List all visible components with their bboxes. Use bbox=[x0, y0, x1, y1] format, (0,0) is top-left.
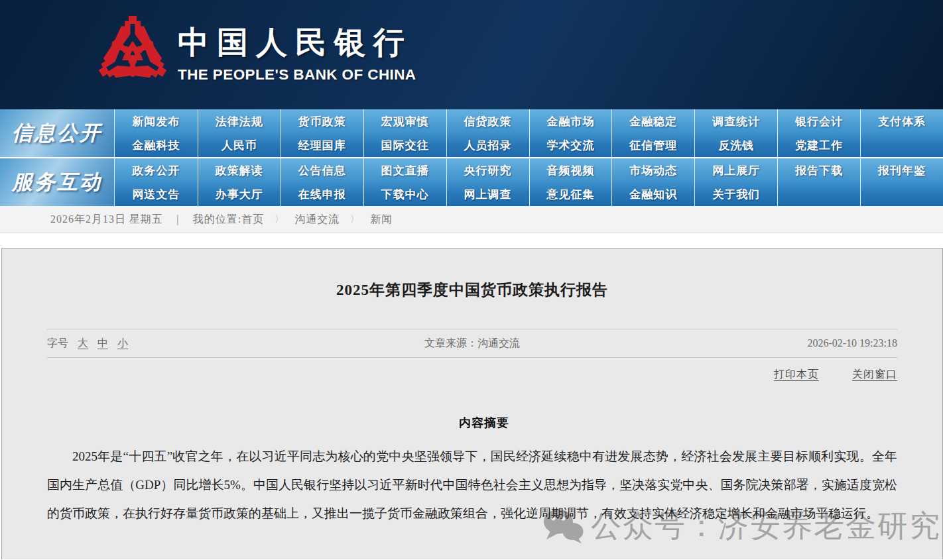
nav-menu-info-disclosure: 新闻发布法律法规货币政策宏观审慎信贷政策金融市场金融稳定调查统计银行会计支付体系… bbox=[114, 109, 943, 157]
nav-item[interactable]: 调查统计 bbox=[694, 109, 777, 133]
nav-item[interactable]: 下载中心 bbox=[363, 182, 446, 206]
nav-item[interactable]: 金融知识 bbox=[611, 182, 694, 206]
article-source-label: 文章来源： bbox=[424, 337, 477, 349]
article-source: 文章来源：沟通交流 bbox=[424, 337, 520, 351]
nav-item[interactable]: 人民币 bbox=[198, 133, 281, 157]
nav-item[interactable]: 宏观审慎 bbox=[363, 109, 446, 133]
nav-item[interactable]: 新闻发布 bbox=[115, 109, 198, 133]
article-container: 2025年第四季度中国货币政策执行报告 字号 大 中 小 文章来源：沟通交流 2… bbox=[1, 248, 943, 559]
font-size-large-button[interactable]: 大 bbox=[78, 337, 88, 351]
nav-item[interactable]: 学术交流 bbox=[529, 133, 612, 157]
breadcrumb-date: 2026年2月13日 星期五 bbox=[50, 213, 163, 227]
nav-item[interactable]: 网上调查 bbox=[446, 182, 529, 206]
nav-item[interactable]: 网上展厅 bbox=[694, 158, 777, 182]
breadcrumb: 2026年2月13日 星期五 ｜ 我的位置: 首页 〉 沟通交流 〉 新闻 bbox=[0, 206, 943, 233]
site-title-english: THE PEOPLE'S BANK OF CHINA bbox=[178, 66, 416, 84]
nav-item[interactable]: 音频视频 bbox=[529, 158, 612, 182]
breadcrumb-location-label: 我的位置: bbox=[193, 213, 241, 227]
nav-item[interactable]: 信贷政策 bbox=[446, 109, 529, 133]
summary-heading: 内容摘要 bbox=[47, 415, 897, 431]
breadcrumb-chevron-icon: 〉 bbox=[275, 213, 284, 225]
pbc-logo-icon[interactable] bbox=[98, 16, 167, 89]
nav-item[interactable]: 图文直播 bbox=[363, 158, 446, 182]
breadcrumb-link-home[interactable]: 首页 bbox=[241, 213, 264, 227]
nav-label-service-interaction[interactable]: 服务互动 bbox=[0, 158, 114, 206]
nav-item[interactable]: 公告信息 bbox=[281, 158, 363, 182]
nav-section-service-interaction: 服务互动 政务公开政策解读公告信息图文直播央行研究音频视频市场动态网上展厅报告下… bbox=[0, 158, 943, 206]
article-title: 2025年第四季度中国货币政策执行报告 bbox=[47, 280, 897, 300]
nav-item[interactable]: 人员招录 bbox=[446, 133, 529, 157]
font-size-label: 字号 bbox=[47, 337, 68, 351]
nav-item[interactable]: 办事大厅 bbox=[198, 182, 281, 206]
nav-item[interactable]: 网送文告 bbox=[115, 182, 198, 206]
nav-item[interactable]: 法律法规 bbox=[198, 109, 281, 133]
breadcrumb-link-communication[interactable]: 沟通交流 bbox=[294, 213, 340, 227]
nav-section-info-disclosure: 信息公开 新闻发布法律法规货币政策宏观审慎信贷政策金融市场金融稳定调查统计银行会… bbox=[0, 109, 943, 157]
nav-item[interactable]: 报刊年鉴 bbox=[860, 158, 943, 182]
nav-item[interactable]: 银行会计 bbox=[777, 109, 860, 133]
nav-item[interactable]: 国际交往 bbox=[363, 133, 446, 157]
nav-item[interactable]: 反洗钱 bbox=[694, 133, 777, 157]
nav-item[interactable]: 征信管理 bbox=[611, 133, 694, 157]
site-title-chinese: 中国人民银行 bbox=[178, 22, 416, 64]
nav-cell-empty bbox=[860, 182, 943, 206]
article-source-value: 沟通交流 bbox=[477, 337, 520, 349]
breadcrumb-chevron-icon: 〉 bbox=[350, 213, 359, 225]
nav-item[interactable]: 金融科技 bbox=[115, 133, 198, 157]
nav-item[interactable]: 金融市场 bbox=[529, 109, 612, 133]
article-timestamp: 2026-02-10 19:23:18 bbox=[807, 337, 897, 349]
nav-label-info-disclosure[interactable]: 信息公开 bbox=[0, 109, 114, 157]
nav-item[interactable]: 在线申报 bbox=[281, 182, 363, 206]
nav-item[interactable]: 货币政策 bbox=[281, 109, 363, 133]
nav-item[interactable]: 关于我们 bbox=[694, 182, 777, 206]
breadcrumb-divider: ｜ bbox=[172, 213, 184, 227]
main-navigation: 信息公开 新闻发布法律法规货币政策宏观审慎信贷政策金融市场金融稳定调查统计银行会… bbox=[0, 109, 943, 206]
nav-menu-service-interaction: 政务公开政策解读公告信息图文直播央行研究音频视频市场动态网上展厅报告下载报刊年鉴… bbox=[114, 158, 943, 206]
nav-item[interactable]: 政策解读 bbox=[198, 158, 281, 182]
nav-item[interactable]: 报告下载 bbox=[777, 158, 860, 182]
nav-item[interactable]: 经理国库 bbox=[281, 133, 363, 157]
article-meta-row: 字号 大 中 小 文章来源：沟通交流 2026-02-10 19:23:18 bbox=[47, 329, 897, 358]
font-size-small-button[interactable]: 小 bbox=[117, 337, 128, 351]
article-body-paragraph: 2025年是“十四五”收官之年，在以习近平同志为核心的党中央坚强领导下，国民经济… bbox=[47, 442, 897, 528]
font-size-medium-button[interactable]: 中 bbox=[97, 337, 108, 351]
nav-cell-empty bbox=[777, 182, 860, 206]
close-window-link[interactable]: 关闭窗口 bbox=[852, 368, 897, 380]
nav-item[interactable]: 意见征集 bbox=[529, 182, 612, 206]
nav-item[interactable]: 央行研究 bbox=[446, 158, 529, 182]
nav-item[interactable]: 政务公开 bbox=[115, 158, 198, 182]
print-page-link[interactable]: 打印本页 bbox=[774, 368, 819, 380]
breadcrumb-link-news[interactable]: 新闻 bbox=[370, 213, 393, 227]
article-action-links: 打印本页 关闭窗口 bbox=[47, 368, 897, 382]
nav-item[interactable]: 金融稳定 bbox=[611, 109, 694, 133]
nav-item[interactable]: 党建工作 bbox=[777, 133, 860, 157]
nav-item[interactable]: 支付体系 bbox=[860, 109, 943, 133]
nav-item[interactable]: 市场动态 bbox=[611, 158, 694, 182]
site-banner: 中国人民银行 THE PEOPLE'S BANK OF CHINA bbox=[0, 0, 943, 109]
nav-cell-empty bbox=[860, 133, 943, 157]
